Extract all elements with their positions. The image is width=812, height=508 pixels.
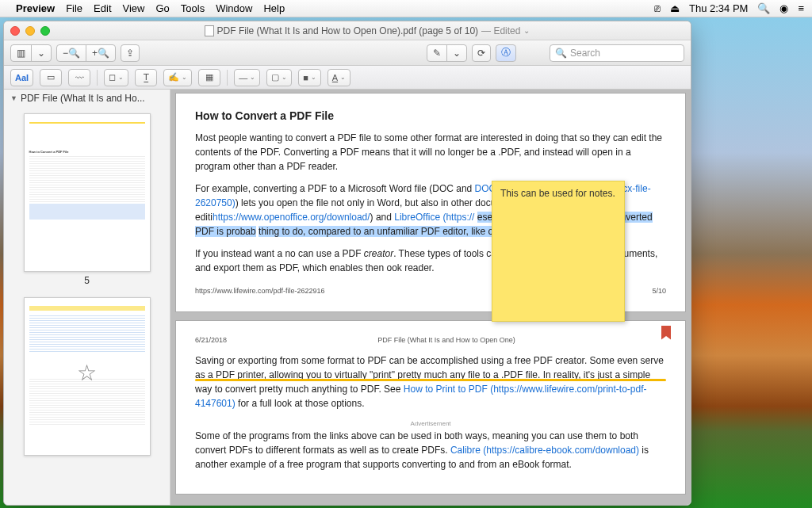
paragraph: Most people wanting to convert a PDF fil… [195, 131, 666, 174]
thumbnail-sidebar[interactable]: ▼ PDF File (What It Is and Ho... How to … [4, 90, 170, 505]
view-mode-button[interactable]: ▥ ⌄ [10, 44, 52, 62]
text-tool[interactable]: T̲ [135, 69, 157, 86]
sidebar-document-title[interactable]: ▼ PDF File (What It Is and Ho... [4, 90, 170, 107]
openoffice-link[interactable]: https://www.openoffice.org/download/ [213, 212, 370, 223]
sign-tool[interactable]: ✍⌄ [163, 69, 192, 86]
thumbnail-page-number: 5 [20, 275, 154, 286]
calibre-link[interactable]: Calibre (https://calibre-ebook.com/downl… [450, 445, 639, 456]
minimize-window-button[interactable] [25, 26, 35, 36]
page-url-footer: https://www.lifewire.com/pdf-file-262291… [195, 286, 325, 297]
zoom-buttons: −🔍 +🔍 [56, 44, 116, 62]
libreoffice-link[interactable]: LibreOffice (https:// [394, 212, 474, 223]
share-button[interactable]: ⇪ [121, 44, 140, 62]
page-thumbnail-6[interactable]: ☆ [24, 297, 151, 456]
page-heading: How to Convert a PDF File [195, 108, 666, 124]
page-number-footer: 5/10 [652, 286, 666, 297]
app-menu[interactable]: Preview [16, 2, 55, 14]
highlighted-text: thing to do, compared to an unfamiliar P… [259, 226, 525, 237]
page-date-header: 6/21/2018 [195, 335, 227, 346]
share-icon: ⇪ [126, 48, 134, 59]
eject-icon[interactable]: ⏏ [670, 2, 680, 14]
preview-window: PDF File (What It Is and How to Open One… [3, 21, 691, 506]
paragraph: Some of the programs from the links abov… [195, 429, 666, 472]
rotate-button[interactable]: ⟳ [472, 44, 491, 62]
fill-color-tool[interactable]: ■⌄ [298, 69, 321, 86]
chevron-down-icon: ⌄ [37, 48, 45, 59]
page-title-header: PDF File (What It Is and How to Open One… [377, 335, 515, 346]
rotate-icon: ⟳ [477, 48, 485, 59]
siri-icon[interactable]: ◉ [779, 2, 788, 14]
zoom-out-button[interactable]: −🔍 [57, 45, 86, 61]
pdf-page-6: 6/21/2018 PDF File (What It Is and How t… [175, 320, 686, 495]
content-area: ▼ PDF File (What It Is and Ho... How to … [4, 90, 691, 505]
sticky-note[interactable]: This can be used for notes. [492, 181, 625, 322]
note-tool[interactable]: ▦ [198, 69, 220, 86]
screen-share-icon[interactable]: ⎚ [654, 2, 661, 14]
highlight-button[interactable]: ✎ ⌄ [427, 44, 467, 62]
search-input[interactable]: 🔍 Search [550, 44, 684, 62]
sketch-tool[interactable]: 〰 [68, 69, 90, 86]
chevron-down-icon: ⌄ [453, 48, 461, 59]
main-toolbar: ▥ ⌄ −🔍 +🔍 ⇪ ✎ ⌄ ⟳ Ⓐ 🔍 Search [4, 40, 691, 66]
advertisement-label: Advertisement [195, 419, 666, 429]
zoom-out-icon: −🔍 [63, 48, 80, 59]
notifications-icon[interactable]: ≡ [798, 2, 804, 14]
highlighter-icon: ✎ [433, 48, 441, 59]
macos-menubar: Preview File Edit View Go Tools Window H… [0, 0, 812, 17]
sidebar-view-icon: ▥ [17, 48, 25, 59]
document-pane[interactable]: How to Convert a PDF File Most people wa… [170, 90, 691, 505]
toolbar-divider [227, 70, 228, 86]
menu-window[interactable]: Window [216, 2, 252, 14]
zoom-in-icon: +🔍 [92, 48, 109, 59]
paragraph: Saving or exporting from some format to … [195, 353, 666, 411]
bookmark-icon[interactable] [661, 326, 671, 340]
zoom-in-button[interactable]: +🔍 [86, 45, 115, 61]
text-selection-tool[interactable]: AaI [10, 69, 33, 86]
yellow-underline-annotation [195, 379, 666, 381]
markup-toolbar: AaI ▭ 〰 ◻⌄ T̲ ✍⌄ ▦ —⌄ ▢⌄ ■⌄ A⌄ [4, 66, 691, 90]
menu-edit[interactable]: Edit [94, 2, 111, 14]
spotlight-icon[interactable]: 🔍 [757, 2, 770, 14]
menu-go[interactable]: Go [155, 2, 169, 14]
window-titlebar[interactable]: PDF File (What It Is and How to Open One… [4, 21, 691, 40]
menu-tools[interactable]: Tools [181, 2, 205, 14]
page-thumbnail-5[interactable]: How to Convert a PDF File [24, 113, 151, 272]
search-icon: 🔍 [555, 48, 567, 59]
menu-file[interactable]: File [66, 2, 82, 14]
window-title: PDF File (What It Is and How to Open One… [50, 25, 684, 36]
close-window-button[interactable] [10, 26, 20, 36]
markup-icon: Ⓐ [501, 46, 511, 59]
menu-help[interactable]: Help [263, 2, 285, 14]
markup-button[interactable]: Ⓐ [496, 44, 516, 62]
border-color-tool[interactable]: ▢⌄ [266, 69, 292, 86]
rectangular-selection-tool[interactable]: ▭ [40, 69, 62, 86]
chevron-down-icon[interactable]: ⌄ [523, 26, 530, 35]
star-annotation-icon: ☆ [77, 360, 97, 387]
toolbar-divider [97, 70, 98, 86]
pdf-document-icon [205, 25, 214, 36]
menu-view[interactable]: View [123, 2, 145, 14]
search-placeholder: Search [570, 48, 600, 59]
line-style-tool[interactable]: —⌄ [234, 69, 260, 86]
disclosure-triangle-icon[interactable]: ▼ [10, 94, 17, 102]
zoom-window-button[interactable] [40, 26, 50, 36]
sticky-note-text[interactable]: This can be used for notes. [500, 188, 615, 199]
text-style-tool[interactable]: A⌄ [327, 69, 350, 86]
clock[interactable]: Thu 2:34 PM [689, 2, 748, 14]
shapes-tool[interactable]: ◻⌄ [104, 69, 128, 86]
